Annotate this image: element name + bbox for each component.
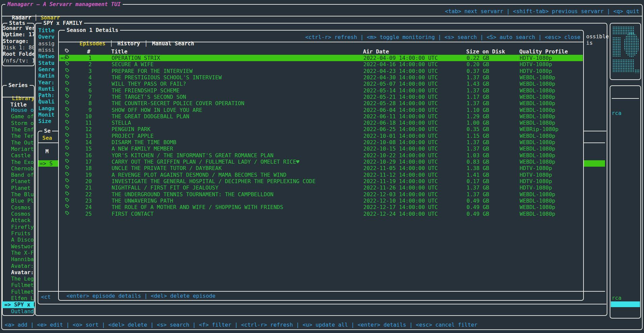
seasons-tab-fragment[interactable]: Sea bbox=[42, 135, 52, 141]
series-list-item[interactable]: Band of bbox=[2, 172, 35, 178]
series-list-item[interactable]: Storm o bbox=[2, 120, 35, 126]
episode-tag-icon bbox=[65, 165, 70, 170]
episode-air-date: 2022-04-09 14:00:00 UTC bbox=[363, 55, 438, 61]
season-details-title: Season 1 Details bbox=[65, 27, 120, 33]
right-side-panel bbox=[610, 85, 641, 319]
episode-number: 18 bbox=[71, 165, 92, 171]
series-list-item[interactable]: Game of bbox=[2, 113, 35, 120]
series-list-item[interactable]: House o bbox=[2, 107, 35, 113]
series-list-item[interactable]: The X-F bbox=[2, 250, 35, 256]
series-list-item[interactable]: Blue Pl bbox=[2, 198, 35, 204]
series-detail-field-label: Ratin bbox=[38, 73, 56, 79]
season-details-separator bbox=[59, 42, 583, 42]
episode-size: 1.43 GB bbox=[467, 81, 489, 87]
episode-row[interactable]: 3PREPARE FOR THE INTERVIEW2022-04-23 14:… bbox=[59, 68, 583, 74]
episode-number: 20 bbox=[71, 178, 92, 184]
episode-row[interactable]: 21NIGHTFALL / FIRST FIT OF JEALOUSY2022-… bbox=[59, 184, 583, 191]
episode-air-date: 2022-10-29 14:00:00 UTC bbox=[363, 159, 438, 165]
episode-title: PROJECT APPLE bbox=[112, 133, 154, 139]
series-list-item[interactable]: Attack bbox=[2, 217, 35, 223]
episode-row[interactable]: 17CARRY OUT THE GRIFFIN PLAN / FULLMETAL… bbox=[59, 159, 583, 165]
series-list-item[interactable]: Firefly bbox=[2, 224, 35, 230]
series-list-item[interactable]: Avatar: bbox=[2, 263, 35, 269]
series-list-item[interactable]: Westwor bbox=[2, 243, 35, 250]
episode-air-date: 2022-06-04 14:00:00 UTC bbox=[363, 107, 438, 113]
series-list-item[interactable]: Cosmos bbox=[2, 211, 35, 217]
episode-row[interactable]: 11STELLA2022-06-18 14:00:00 UTC1.00 GBWE… bbox=[59, 120, 583, 126]
episode-tag-icon bbox=[65, 178, 70, 183]
series-list-item[interactable]: Cosmos bbox=[2, 204, 35, 211]
episode-air-date: 2022-05-21 14:00:00 UTC bbox=[363, 94, 438, 100]
episode-row[interactable]: 9SHOW OFF HOW IN LOVE YOU ARE2022-06-04 … bbox=[59, 107, 583, 113]
episode-row[interactable]: 13PROJECT APPLE2022-10-01 14:00:00 UTC1.… bbox=[59, 133, 583, 139]
series-list-item[interactable]: Castle bbox=[2, 152, 35, 159]
series-list-item[interactable]: Chernob bbox=[2, 165, 35, 172]
series-list-item[interactable]: The Ter bbox=[2, 133, 35, 139]
series-list-item[interactable]: Fullmet bbox=[2, 289, 35, 295]
episode-size: 0.35 GB bbox=[467, 126, 489, 132]
episode-size: 0.49 GB bbox=[467, 198, 489, 204]
episode-tag-icon bbox=[65, 120, 70, 124]
series-detail-field-label: Netwo bbox=[38, 53, 56, 59]
episode-row[interactable]: 5WILL THEY PASS OR FAIL?2022-05-07 14:00… bbox=[59, 81, 583, 87]
series-list-item[interactable]: A Disco bbox=[2, 237, 35, 243]
series-list-item[interactable]: Planet bbox=[2, 185, 35, 191]
episode-row[interactable]: 23THE UNWAVERING PATH2022-12-10 14:00:00… bbox=[59, 198, 583, 204]
episode-air-date: 2022-10-15 14:00:00 UTC bbox=[363, 145, 438, 152]
tab-divider: │ bbox=[34, 14, 38, 21]
episode-row[interactable]: 4THE PRESTIGIOUS SCHOOL'S INTERVIEW2022-… bbox=[59, 74, 583, 81]
series-list-item[interactable]: The Out bbox=[2, 139, 35, 146]
episode-tag-icon bbox=[65, 100, 70, 105]
episode-row[interactable]: 8THE COUNTER-SECRET POLICE COVER OPERATI… bbox=[59, 100, 583, 107]
episode-air-date: 2022-12-17 14:00:00 UTC bbox=[363, 204, 438, 210]
series-list-item[interactable]: Moriart bbox=[2, 146, 35, 152]
episode-footer-keybindings: <enter> episode details | <del> delete e… bbox=[67, 293, 215, 299]
episode-number: 16 bbox=[71, 152, 92, 159]
episode-air-date: 2022-06-11 14:00:00 UTC bbox=[363, 113, 438, 120]
series-list-item[interactable]: Hanniba bbox=[2, 256, 35, 262]
episode-air-date: 2022-12-03 14:00:00 UTC bbox=[363, 191, 438, 198]
right-side-panel-separator bbox=[612, 98, 639, 99]
episode-air-date: 2022-05-28 14:00:00 UTC bbox=[363, 100, 438, 107]
episode-row[interactable]: 15A NEW FAMILY MEMBER2022-10-15 14:00:00… bbox=[59, 145, 583, 152]
episode-row[interactable]: 25FIRST CONTACT2022-12-24 14:00:00 UTC0.… bbox=[59, 211, 583, 217]
episode-row[interactable]: 10THE GREAT DODGEBALL PLAN2022-06-11 14:… bbox=[59, 113, 583, 120]
series-list-item[interactable]: The Leg bbox=[2, 276, 35, 282]
episode-row[interactable]: 12PENGUIN PARK2022-06-25 14:00:00 UTC0.3… bbox=[59, 126, 583, 132]
episode-row[interactable]: 6THE FRIENDSHIP SCHEME2022-05-14 14:00:0… bbox=[59, 87, 583, 94]
series-list-item[interactable]: Fullmet bbox=[2, 282, 35, 288]
series-detail-field-label: Langu bbox=[38, 105, 56, 112]
series-list-item[interactable]: Elfen L bbox=[2, 295, 35, 301]
episode-row[interactable]: 22THE UNDERGROUND TENNIS TOURNAMENT: THE… bbox=[59, 191, 583, 198]
series-list: House oGame ofStorm oThe EnfThe TerThe O… bbox=[2, 107, 35, 315]
series-list-item[interactable]: Planet bbox=[2, 178, 35, 184]
episode-row[interactable]: 19A REVENGE PLOT AGAINST DESMOND / MAMA … bbox=[59, 172, 583, 178]
episode-number: 1 bbox=[71, 55, 92, 61]
episode-row[interactable]: 7THE TARGET'S SECOND SON2022-05-21 14:00… bbox=[59, 94, 583, 100]
series-detail-field-label: Statu bbox=[38, 60, 56, 66]
series-list-item[interactable]: The Exo bbox=[2, 159, 35, 165]
episode-row[interactable]: =>1OPERATION STRIX2022-04-09 14:00:00 UT… bbox=[59, 55, 583, 61]
series-list-item[interactable]: The Blu bbox=[2, 191, 35, 198]
episode-row[interactable]: 20INVESTIGATE THE GENERAL HOSPITAL / DEC… bbox=[59, 178, 583, 184]
episode-row[interactable]: 16YOR'S KITCHEN / THE INFORMANT'S GREAT … bbox=[59, 152, 583, 159]
series-list-item[interactable]: => SPY x F bbox=[2, 301, 35, 308]
episode-row[interactable]: 24THE ROLE OF A MOTHER AND WIFE / SHOPPI… bbox=[59, 204, 583, 210]
stats-line: Disk 1: 80 bbox=[3, 44, 35, 51]
series-detail-field-label: Title bbox=[38, 27, 56, 34]
episode-row[interactable]: 2SECURE A WIFE2022-04-16 14:00:00 UTC0.2… bbox=[59, 61, 583, 68]
series-list-item[interactable]: Outland bbox=[2, 308, 35, 315]
episode-size: 0.49 GB bbox=[467, 204, 489, 210]
series-list-item[interactable]: The Enf bbox=[2, 126, 35, 133]
managarr-tui: { "app": { "title": "Managarr – A Servar… bbox=[0, 0, 644, 333]
episode-row[interactable]: 18UNCLE THE PRIVATE TUTOR / DAYBREAK2022… bbox=[59, 165, 583, 171]
episode-tag-icon bbox=[65, 159, 70, 163]
episode-size: 1.29 GB bbox=[467, 113, 489, 120]
series-list-item[interactable]: Fruits bbox=[2, 230, 35, 237]
tab-library[interactable]: Library bbox=[12, 95, 34, 101]
episode-row[interactable]: 14DISARM THE TIME BOMB2022-10-08 14:00:0… bbox=[59, 139, 583, 145]
episode-title: THE GREAT DODGEBALL PLAN bbox=[112, 113, 189, 120]
episode-number: 7 bbox=[71, 94, 92, 100]
episode-air-date: 2022-11-26 14:00:00 UTC bbox=[363, 184, 438, 191]
series-list-item[interactable]: Avatar: bbox=[2, 269, 35, 276]
